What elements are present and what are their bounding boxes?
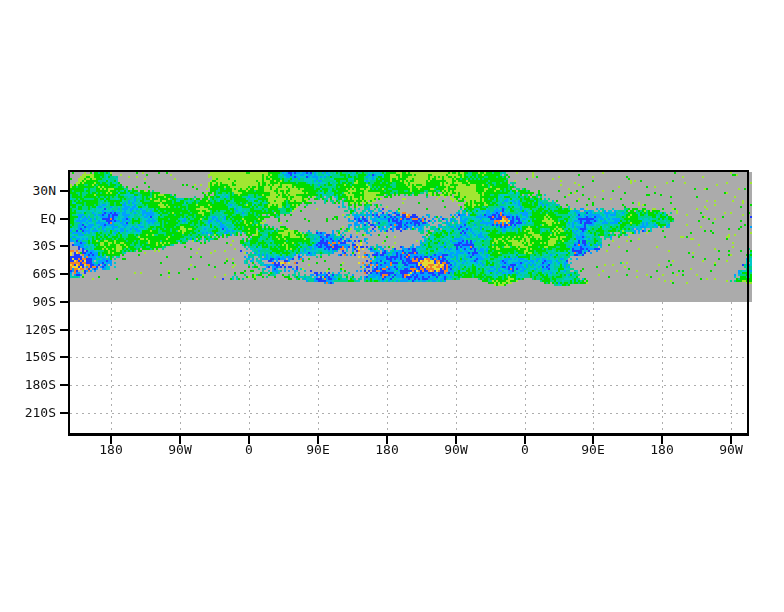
y-axis-label: 120S <box>4 322 56 338</box>
x-axis-label: 90W <box>424 442 488 458</box>
y-axis-tick <box>60 329 68 331</box>
y-axis-tick <box>60 218 68 220</box>
x-axis-label: 180 <box>79 442 143 458</box>
x-axis-label: 90E <box>286 442 350 458</box>
y-axis-label: 210S <box>4 405 56 421</box>
y-axis-label: 180S <box>4 377 56 393</box>
y-axis-tick <box>60 356 68 358</box>
x-axis-label: 0 <box>493 442 557 458</box>
y-axis-tick <box>60 245 68 247</box>
y-axis-label: 60S <box>4 266 56 282</box>
grads-figure: 30NEQ30S60S90S120S150S180S210S18090W090E… <box>0 0 784 612</box>
y-axis-tick <box>60 384 68 386</box>
x-axis-label: 90W <box>148 442 212 458</box>
x-axis-label: 90E <box>561 442 625 458</box>
y-axis-tick <box>60 190 68 192</box>
y-axis-label: EQ <box>4 211 56 227</box>
x-axis-label: 180 <box>630 442 694 458</box>
y-axis-label: 90S <box>4 294 56 310</box>
x-axis-label: 90W <box>699 442 763 458</box>
y-axis-tick <box>60 412 68 414</box>
x-axis-label: 180 <box>355 442 419 458</box>
y-axis-label: 150S <box>4 349 56 365</box>
y-axis-tick <box>60 273 68 275</box>
x-axis-label: 0 <box>217 442 281 458</box>
plot-frame <box>68 170 749 436</box>
y-axis-label: 30N <box>4 183 56 199</box>
y-axis-label: 30S <box>4 238 56 254</box>
y-axis-tick <box>60 301 68 303</box>
